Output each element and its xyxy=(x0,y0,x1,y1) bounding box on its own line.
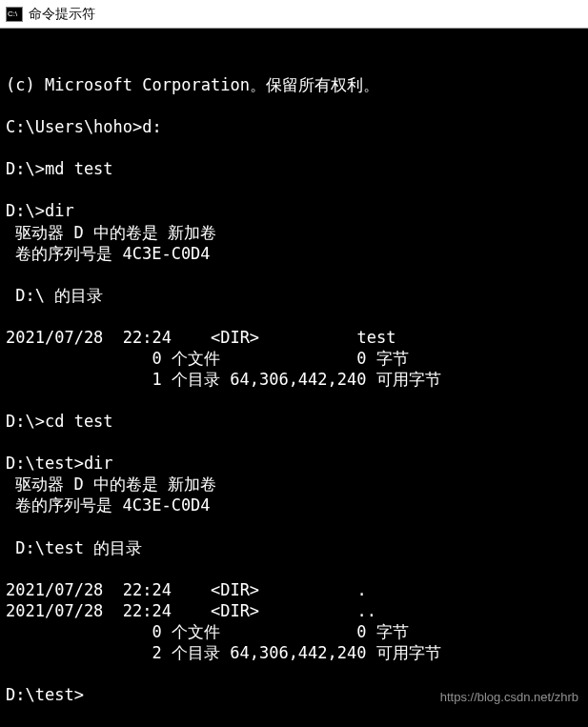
terminal-line xyxy=(6,390,582,411)
window-title-bar[interactable]: C:\ 命令提示符 xyxy=(0,0,588,29)
terminal-line xyxy=(6,432,582,453)
terminal-line: (c) Microsoft Corporation。保留所有权利。 xyxy=(6,74,582,95)
terminal-line: 卷的序列号是 4C3E-C0D4 xyxy=(6,243,582,264)
cmd-icon-label: C:\ xyxy=(7,10,17,18)
terminal-line: 2021/07/28 22:24 <DIR> test xyxy=(6,327,582,348)
terminal-line: C:\Users\hoho>d: xyxy=(6,116,582,137)
terminal-line xyxy=(6,306,582,327)
terminal-line: 2021/07/28 22:24 <DIR> .. xyxy=(6,600,582,621)
window-title: 命令提示符 xyxy=(29,6,95,23)
terminal-line: 0 个文件 0 字节 xyxy=(6,348,582,369)
terminal-line: D:\ 的目录 xyxy=(6,285,582,306)
terminal-line: 0 个文件 0 字节 xyxy=(6,621,582,642)
watermark-text: https://blog.csdn.net/zhrb xyxy=(440,690,578,706)
cmd-icon: C:\ xyxy=(6,7,23,22)
terminal-output[interactable]: (c) Microsoft Corporation。保留所有权利。C:\User… xyxy=(0,29,588,727)
terminal-line: 1 个目录 64,306,442,240 可用字节 xyxy=(6,369,582,390)
terminal-line: D:\test>dir xyxy=(6,453,582,474)
terminal-line: D:\>md test xyxy=(6,158,582,179)
terminal-line: D:\test 的目录 xyxy=(6,537,582,558)
terminal-line xyxy=(6,558,582,579)
terminal-line: D:\>dir xyxy=(6,200,582,221)
terminal-line xyxy=(6,264,582,285)
terminal-line xyxy=(6,516,582,537)
terminal-line xyxy=(6,663,582,684)
terminal-line xyxy=(6,95,582,116)
terminal-line: 驱动器 D 中的卷是 新加卷 xyxy=(6,474,582,495)
terminal-line: 卷的序列号是 4C3E-C0D4 xyxy=(6,495,582,515)
terminal-line: 2 个目录 64,306,442,240 可用字节 xyxy=(6,642,582,663)
terminal-line xyxy=(6,137,582,158)
terminal-line: 2021/07/28 22:24 <DIR> . xyxy=(6,579,582,600)
terminal-line xyxy=(6,179,582,200)
terminal-line: D:\>cd test xyxy=(6,411,582,432)
terminal-line: 驱动器 D 中的卷是 新加卷 xyxy=(6,222,582,243)
